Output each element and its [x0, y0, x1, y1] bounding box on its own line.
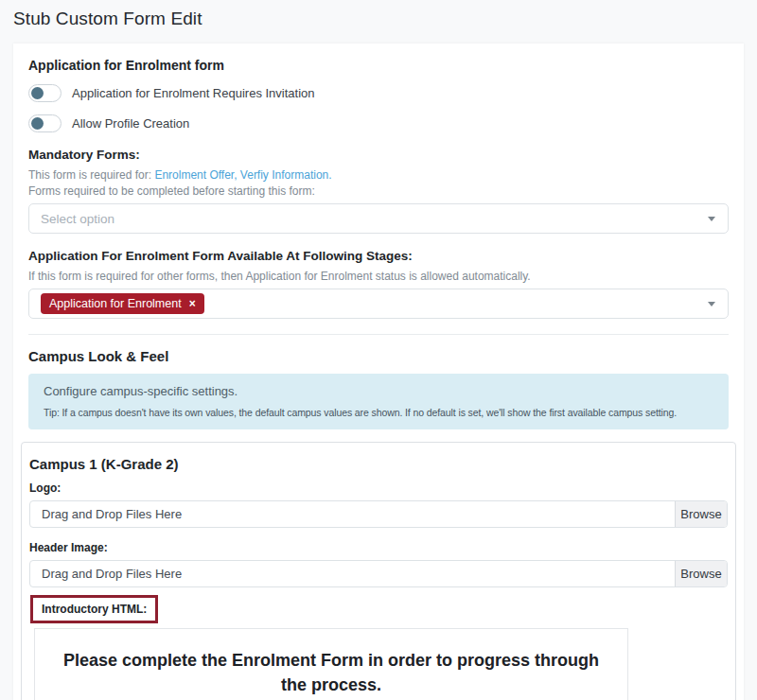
form-card: Application for Enrolment form Applicati…	[13, 44, 744, 700]
campus-info-alert: Configure campus-specific settings. Tip:…	[28, 374, 729, 429]
stage-tag-remove-icon[interactable]: ×	[189, 296, 196, 311]
stages-heading: Application For Enrolment Form Available…	[28, 249, 729, 263]
forms-before-label: Forms required to be completed before st…	[28, 184, 729, 199]
page-header: Stub Custom Form Edit	[0, 0, 757, 44]
mandatory-forms-select[interactable]: Select option	[28, 203, 729, 234]
logo-drop-zone[interactable]: Drag and Drop Files Here	[30, 501, 675, 527]
campus-card-heading: Campus 1 (K-Grade 2)	[29, 456, 728, 472]
stages-multiselect[interactable]: Application for Enrolment×	[28, 289, 729, 319]
preview-heading: Please complete the Enrolment Form in or…	[58, 648, 605, 697]
header-image-file-input: Drag and Drop Files Here Browse	[29, 560, 728, 587]
allow-profile-creation-label: Allow Profile Creation	[72, 116, 189, 131]
intro-html-preview[interactable]: Please complete the Enrolment Form in or…	[34, 628, 628, 700]
toggle-knob-icon	[31, 87, 44, 99]
logo-label: Logo:	[29, 481, 728, 495]
requires-invitation-toggle[interactable]	[28, 84, 62, 102]
page-title: Stub Custom Form Edit	[13, 9, 757, 29]
allow-profile-creation-toggle[interactable]	[28, 114, 62, 132]
required-for-line: This form is required for: Enrolment Off…	[28, 168, 729, 183]
toggle-row-requires-invitation: Application for Enrolment Requires Invit…	[28, 84, 729, 102]
intro-html-label: Introductory HTML:	[42, 603, 147, 616]
stages-hint: If this form is required for other forms…	[28, 270, 729, 284]
stage-tag: Application for Enrolment×	[41, 293, 204, 314]
campus-look-feel-heading: Campus Look & Feel	[28, 348, 729, 364]
enrolment-form-heading: Application for Enrolment form	[28, 58, 729, 73]
header-image-label: Header Image:	[29, 541, 728, 554]
campus-card: Campus 1 (K-Grade 2) Logo: Drag and Drop…	[21, 442, 736, 700]
alert-line1: Configure campus-specific settings.	[44, 384, 713, 398]
chevron-down-icon	[708, 217, 715, 221]
required-for-prefix: This form is required for:	[28, 168, 154, 182]
logo-file-input: Drag and Drop Files Here Browse	[29, 500, 728, 528]
chevron-down-icon	[708, 302, 715, 306]
toggle-knob-icon	[31, 117, 44, 130]
required-for-links[interactable]: Enrolment Offer, Verfiy Information.	[154, 168, 331, 182]
logo-browse-button[interactable]: Browse	[675, 501, 727, 527]
section-divider	[28, 334, 729, 335]
toggle-row-allow-profile-creation: Allow Profile Creation	[28, 114, 729, 132]
mandatory-forms-heading: Mandatory Forms:	[28, 148, 729, 162]
intro-html-annotation-box: Introductory HTML:	[30, 595, 158, 623]
requires-invitation-label: Application for Enrolment Requires Invit…	[72, 86, 315, 100]
mandatory-forms-select-placeholder: Select option	[41, 212, 114, 226]
header-image-browse-button[interactable]: Browse	[675, 561, 727, 586]
header-image-drop-zone[interactable]: Drag and Drop Files Here	[30, 561, 675, 586]
stage-tag-label: Application for Enrolment	[49, 296, 182, 311]
alert-tip-line: Tip: If a campus doesn't have its own va…	[44, 407, 713, 418]
